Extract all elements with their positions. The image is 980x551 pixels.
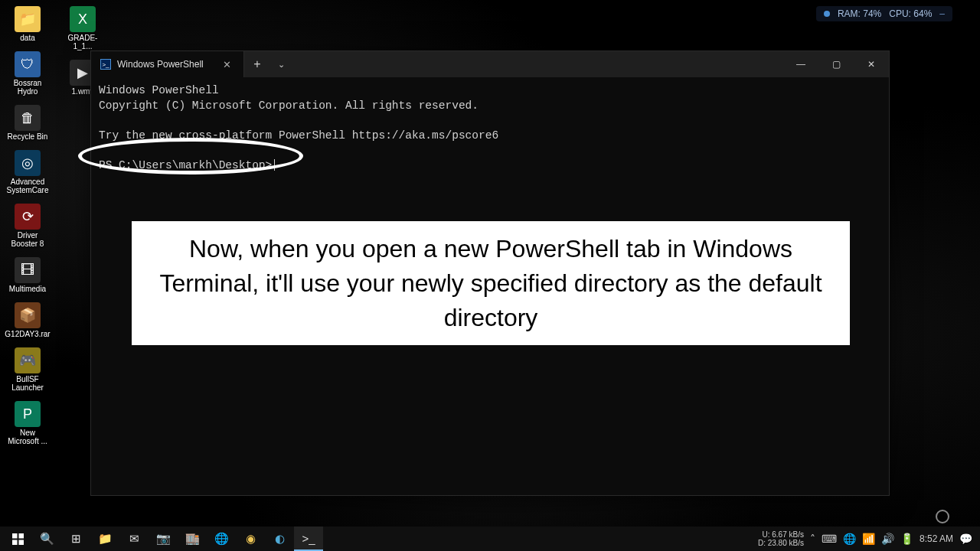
grade-1-label: GRADE-1_1... <box>60 34 106 51</box>
driver-booster-icon: ⟳ <box>15 204 41 230</box>
grade-1-icon: X <box>70 6 96 32</box>
clock[interactable]: 8:52 AM <box>920 533 953 544</box>
terminal-prompt: PS C:\Users\markh\Desktop> <box>99 159 272 171</box>
camera-button[interactable]: 📷 <box>149 527 178 551</box>
g12day3-label: G12DAY3.rar <box>5 330 50 338</box>
data-icon: 📁 <box>15 6 41 32</box>
desktop-icon-advanced-systemcare[interactable]: ◎Advanced SystemCare <box>5 150 51 194</box>
monitor-dot-icon <box>824 11 830 17</box>
battery-icon[interactable]: 🔋 <box>900 533 913 545</box>
terminal-line-3: Try the new cross-platform PowerShell ht… <box>99 129 498 142</box>
tab-powershell[interactable]: >_ Windows PowerShell ✕ <box>91 51 244 77</box>
new-ms-icon: P <box>15 401 41 427</box>
volume-icon[interactable]: 🔊 <box>881 533 894 545</box>
bossran-hydro-icon: 🛡 <box>15 51 41 77</box>
desktop-icon-g12day3[interactable]: 📦G12DAY3.rar <box>5 302 51 338</box>
tray-chevron-icon[interactable]: ˄ <box>810 533 815 545</box>
tab-title: Windows PowerShell <box>117 59 214 70</box>
g12day3-icon: 📦 <box>15 302 41 328</box>
search-button[interactable]: 🔍 <box>32 527 61 551</box>
terminal-line-2: Copyright (C) Microsoft Corporation. All… <box>99 99 479 112</box>
bossran-hydro-label: Bossran Hydro <box>5 79 51 96</box>
action-center-icon[interactable]: 💬 <box>959 533 972 545</box>
driver-booster-label: Driver Booster 8 <box>5 231 51 248</box>
titlebar[interactable]: >_ Windows PowerShell ✕ + ⌄ — ▢ ✕ <box>91 51 889 77</box>
desktop-icon-multimedia[interactable]: 🎞Multimedia <box>5 257 51 293</box>
system-monitor-overlay: RAM: 74% CPU: 64% – <box>816 6 952 21</box>
desktop-icon-data[interactable]: 📁data <box>5 6 51 42</box>
edge-button[interactable]: 🌐 <box>207 527 236 551</box>
svg-rect-1 <box>18 533 24 539</box>
bullsf-launcher-icon: 🎮 <box>15 347 41 373</box>
file-explorer-button[interactable]: 📁 <box>90 527 119 551</box>
powershell-icon: >_ <box>100 59 111 70</box>
svg-rect-0 <box>12 533 18 539</box>
desktop-icon-bullsf-launcher[interactable]: 🎮BullSF Launcher <box>5 347 51 392</box>
data-label: data <box>20 34 34 42</box>
desktop-icon-recycle-bin[interactable]: 🗑Recycle Bin <box>5 105 51 141</box>
input-indicator-icon[interactable]: ⌨ <box>822 533 837 545</box>
recycle-bin-icon: 🗑 <box>15 105 41 131</box>
new-tab-button[interactable]: + <box>244 51 270 77</box>
tab-dropdown-button[interactable]: ⌄ <box>270 51 292 77</box>
recycle-bin-label: Recycle Bin <box>8 132 48 141</box>
terminal-line-1: Windows PowerShell <box>99 84 219 96</box>
new-ms-label: New Microsoft ... <box>5 429 51 445</box>
svg-rect-2 <box>12 540 18 545</box>
multimedia-icon: 🎞 <box>15 257 41 283</box>
desktop-icon-new-ms[interactable]: PNew Microsoft ... <box>5 401 51 445</box>
svg-rect-3 <box>18 540 24 545</box>
cpu-usage: CPU: 64% <box>889 8 932 19</box>
desktop-icon-driver-booster[interactable]: ⟳Driver Booster 8 <box>5 204 51 248</box>
bullsf-launcher-label: BullSF Launcher <box>5 375 51 392</box>
desktop-icon-bossran-hydro[interactable]: 🛡Bossran Hydro <box>5 51 51 96</box>
multimedia-label: Multimedia <box>9 285 46 293</box>
chrome-button[interactable]: ◉ <box>236 527 265 551</box>
cursor-icon <box>274 159 275 171</box>
minimize-button[interactable]: — <box>783 51 818 77</box>
mail-button[interactable]: ✉ <box>119 527 149 551</box>
monitor-collapse-icon[interactable]: – <box>939 8 945 19</box>
taskbar: 🔍 ⊞ 📁 ✉ 📷 🏬 🌐 ◉ ◐ >_ U: 6.67 kB/s D: 23.… <box>0 527 980 551</box>
advanced-systemcare-label: Advanced SystemCare <box>5 178 51 194</box>
cortana-ring-icon <box>936 510 949 523</box>
terminal-taskbar-button[interactable]: >_ <box>294 527 323 551</box>
maximize-button[interactable]: ▢ <box>818 51 854 77</box>
wifi-icon[interactable]: 📶 <box>862 533 875 545</box>
browser-button[interactable]: ◐ <box>265 527 294 551</box>
window-controls: — ▢ ✕ <box>783 51 889 77</box>
desktop-icon-grade-1[interactable]: XGRADE-1_1... <box>60 6 106 51</box>
network-stats: U: 6.67 kB/s D: 23.80 kB/s <box>758 530 804 547</box>
close-button[interactable]: ✕ <box>854 51 889 77</box>
start-button[interactable] <box>3 527 32 551</box>
store-button[interactable]: 🏬 <box>178 527 207 551</box>
task-view-button[interactable]: ⊞ <box>61 527 90 551</box>
advanced-systemcare-icon: ◎ <box>15 150 41 176</box>
desktop-icons-column-1: 📁data🛡Bossran Hydro🗑Recycle Bin◎Advanced… <box>5 6 51 445</box>
network-icon[interactable]: 🌐 <box>843 533 856 545</box>
system-tray: U: 6.67 kB/s D: 23.80 kB/s ˄ ⌨ 🌐 📶 🔊 🔋 8… <box>758 530 977 547</box>
tutorial-caption: Now, when you open a new PowerShell tab … <box>132 221 850 345</box>
ram-usage: RAM: 74% <box>838 8 881 19</box>
tab-close-button[interactable]: ✕ <box>220 59 234 70</box>
